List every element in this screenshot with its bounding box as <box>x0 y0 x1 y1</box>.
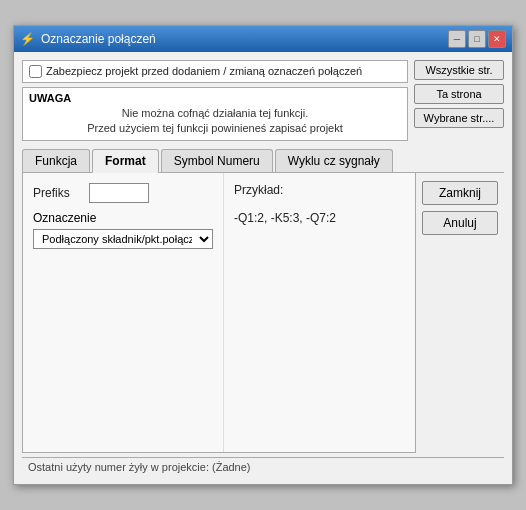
status-bar: Ostatni użyty numer żyły w projekcie: (Ż… <box>22 457 504 476</box>
tab-symbol-numeru[interactable]: Symbol Numeru <box>161 149 273 172</box>
maximize-button[interactable]: □ <box>468 30 486 48</box>
titlebar-title: ⚡ Oznaczanie połączeń <box>20 32 156 46</box>
right-panel: Przykład: -Q1:2, -K5:3, -Q7:2 <box>224 173 415 452</box>
main-window: ⚡ Oznaczanie połączeń ─ □ ✕ Zabezpiecz p… <box>13 25 513 486</box>
left-top: Zabezpiecz projekt przed dodaniem / zmia… <box>22 60 408 142</box>
window-content: Zabezpiecz projekt przed dodaniem / zmia… <box>14 52 512 485</box>
prefix-input[interactable] <box>89 183 149 203</box>
all-pages-button[interactable]: Wszystkie str. <box>414 60 504 80</box>
titlebar-controls: ─ □ ✕ <box>448 30 506 48</box>
main-panel: Prefiks Oznaczenie Podłączony składnik/p… <box>22 173 416 453</box>
close-window-button[interactable]: ✕ <box>488 30 506 48</box>
main-content-row: Prefiks Oznaczenie Podłączony składnik/p… <box>22 173 504 453</box>
tab-funkcja[interactable]: Funkcja <box>22 149 90 172</box>
protect-checkbox[interactable] <box>29 65 42 78</box>
zamknij-button[interactable]: Zamknij <box>422 181 498 205</box>
example-value: -Q1:2, -K5:3, -Q7:2 <box>234 211 405 225</box>
tab-format[interactable]: Format <box>92 149 159 173</box>
prefix-row: Prefiks <box>33 183 213 203</box>
warning-box: UWAGA Nie można cofnąć działania tej fun… <box>22 87 408 142</box>
protect-checkbox-row: Zabezpiecz projekt przed dodaniem / zmia… <box>22 60 408 83</box>
warning-title: UWAGA <box>29 92 401 104</box>
prefix-label: Prefiks <box>33 186 83 200</box>
minimize-button[interactable]: ─ <box>448 30 466 48</box>
this-page-button[interactable]: Ta strona <box>414 84 504 104</box>
status-text: Ostatni użyty numer żyły w projekcie: (Ż… <box>28 461 251 473</box>
left-panel: Prefiks Oznaczenie Podłączony składnik/p… <box>23 173 224 452</box>
warning-line2: Przed użyciem tej funkcji powinieneś zap… <box>29 121 401 136</box>
top-section: Zabezpiecz projekt przed dodaniem / zmia… <box>22 60 504 142</box>
warning-text: Nie można cofnąć działania tej funkcji. … <box>29 106 401 137</box>
side-action-buttons: Zamknij Anuluj <box>416 173 504 453</box>
app-icon: ⚡ <box>20 32 35 46</box>
right-buttons: Wszystkie str. Ta strona Wybrane str.... <box>414 60 504 142</box>
protect-label: Zabezpiecz projekt przed dodaniem / zmia… <box>46 65 362 77</box>
tab-wyklucz-sygnaly[interactable]: Wyklu cz sygnały <box>275 149 393 172</box>
titlebar: ⚡ Oznaczanie połączeń ─ □ ✕ <box>14 26 512 52</box>
warning-line1: Nie można cofnąć działania tej funkcji. <box>29 106 401 121</box>
anuluj-button[interactable]: Anuluj <box>422 211 498 235</box>
window-title: Oznaczanie połączeń <box>41 32 156 46</box>
tabs-row: Funkcja Format Symbol Numeru Wyklu cz sy… <box>22 149 504 173</box>
oznaczenie-select[interactable]: Podłączony składnik/pkt.połącz. <box>33 229 213 249</box>
example-label: Przykład: <box>234 183 405 197</box>
selected-pages-button[interactable]: Wybrane str.... <box>414 108 504 128</box>
oznaczenie-label: Oznaczenie <box>33 211 213 225</box>
